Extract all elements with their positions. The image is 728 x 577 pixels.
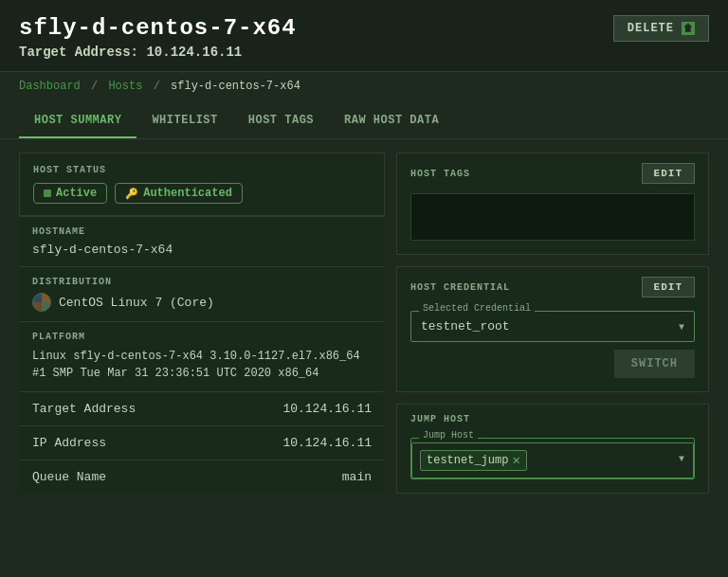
tabs-bar: HOST SUMMARY WHITELIST HOST TAGS RAW HOS… <box>0 104 728 139</box>
jump-host-tag: testnet_jump ✕ <box>420 450 527 471</box>
distribution-value: CentOS Linux 7 (Core) <box>59 296 214 310</box>
jump-host-select: testnet_jump ✕ <box>411 442 694 478</box>
breadcrumb-dashboard[interactable]: Dashboard <box>19 80 81 93</box>
credential-body: Selected Credential testnet_root ▼ SWITC… <box>397 311 708 391</box>
tab-host-summary[interactable]: HOST SUMMARY <box>19 104 136 138</box>
host-credential-header: HOST CREDENTIAL EDIT <box>397 267 708 307</box>
left-panel: HOST STATUS Active 🔑 Authenticated HOSTN… <box>19 153 385 494</box>
trash-icon: 🗑 <box>682 22 695 35</box>
distribution-row: CentOS Linux 7 (Core) <box>32 293 372 312</box>
host-tags-edit-button[interactable]: EDIT <box>642 163 695 184</box>
host-status-row: Active 🔑 Authenticated <box>33 183 371 204</box>
switch-button[interactable]: SWITCH <box>614 350 695 378</box>
credential-value: testnet_root <box>411 312 694 341</box>
hostname-section: HOSTNAME sfly-d-centos-7-x64 <box>19 216 385 266</box>
tags-area <box>410 193 695 241</box>
jump-host-label: JUMP HOST <box>410 414 470 424</box>
selected-credential-label: Selected Credential <box>419 303 535 314</box>
host-tags-header: HOST TAGS EDIT <box>397 153 708 193</box>
host-credential-card: HOST CREDENTIAL EDIT Selected Credential… <box>396 266 709 392</box>
hostname-label: HOSTNAME <box>32 226 372 237</box>
ip-address-val: 10.124.16.11 <box>282 436 372 450</box>
target-address-line: Target Address: 10.124.16.11 <box>19 45 297 60</box>
jump-host-dropdown-icon: ▼ <box>679 454 684 464</box>
active-badge: Active <box>33 183 107 204</box>
credential-dropdown-icon: ▼ <box>679 321 684 332</box>
jump-tag-close-icon[interactable]: ✕ <box>512 454 519 467</box>
host-tags-card: HOST TAGS EDIT <box>396 153 709 255</box>
top-bar: sfly-d-centos-7-x64 Target Address: 10.1… <box>0 0 728 72</box>
key-icon: 🔑 <box>125 188 138 200</box>
centos-icon <box>32 293 51 312</box>
active-dot <box>44 189 51 197</box>
credential-select-wrapper[interactable]: Selected Credential testnet_root ▼ <box>410 311 695 342</box>
host-status-card: HOST STATUS Active 🔑 Authenticated <box>19 153 385 216</box>
ip-address-row: IP Address 10.124.16.11 <box>19 425 385 460</box>
jump-host-body: Jump Host testnet_jump ✕ ▼ <box>397 438 708 493</box>
target-address-value: 10.124.16.11 <box>146 45 242 60</box>
host-credential-edit-button[interactable]: EDIT <box>642 277 695 298</box>
delete-button[interactable]: DELETE 🗑 <box>613 15 709 42</box>
host-info: sfly-d-centos-7-x64 Target Address: 10.1… <box>19 15 297 60</box>
hostname-value: sfly-d-centos-7-x64 <box>32 243 372 257</box>
jump-host-select-label: Jump Host <box>419 430 478 441</box>
platform-label: PLATFORM <box>32 332 372 342</box>
target-address-key: Target Address <box>32 402 136 416</box>
active-badge-text: Active <box>56 187 97 200</box>
host-credential-label: HOST CREDENTIAL <box>410 282 510 293</box>
platform-value: Linux sfly-d-centos-7-x64 3.10.0-1127.el… <box>32 348 372 382</box>
queue-name-row: Queue Name main <box>19 460 385 494</box>
right-panel: HOST TAGS EDIT HOST CREDENTIAL EDIT Sele… <box>396 153 709 494</box>
target-address-val: 10.124.16.11 <box>282 402 372 416</box>
ip-address-key: IP Address <box>32 436 106 450</box>
tab-host-tags[interactable]: HOST TAGS <box>233 104 329 138</box>
distribution-section: DISTRIBUTION CentOS Linux 7 (Core) <box>19 266 385 321</box>
queue-name-key: Queue Name <box>32 470 106 484</box>
breadcrumb-hosts[interactable]: Hosts <box>108 80 142 93</box>
jump-host-select-wrapper[interactable]: Jump Host testnet_jump ✕ ▼ <box>410 438 695 479</box>
breadcrumb: Dashboard / Hosts / sfly-d-centos-7-x64 <box>0 72 728 100</box>
jump-host-card: JUMP HOST Jump Host testnet_jump ✕ ▼ <box>396 404 709 494</box>
authenticated-badge: 🔑 Authenticated <box>115 183 243 204</box>
breadcrumb-sep2: / <box>154 80 160 93</box>
auth-badge-text: Authenticated <box>143 187 232 200</box>
target-address-row: Target Address 10.124.16.11 <box>19 391 385 425</box>
breadcrumb-current: sfly-d-centos-7-x64 <box>171 80 300 93</box>
tab-raw-host-data[interactable]: RAW HOST DATA <box>329 104 454 138</box>
host-status-label: HOST STATUS <box>33 165 371 175</box>
jump-tag-text: testnet_jump <box>427 454 508 467</box>
main-content: HOST STATUS Active 🔑 Authenticated HOSTN… <box>0 139 728 507</box>
platform-section: PLATFORM Linux sfly-d-centos-7-x64 3.10.… <box>19 321 385 391</box>
distribution-label: DISTRIBUTION <box>32 277 372 287</box>
host-tags-label: HOST TAGS <box>410 169 470 179</box>
target-address-label: Target Address: <box>19 45 138 60</box>
breadcrumb-sep1: / <box>91 80 98 93</box>
page-title: sfly-d-centos-7-x64 <box>19 15 297 41</box>
tab-whitelist[interactable]: WHITELIST <box>136 104 232 138</box>
queue-name-val: main <box>342 470 372 484</box>
delete-button-label: DELETE <box>628 22 674 35</box>
